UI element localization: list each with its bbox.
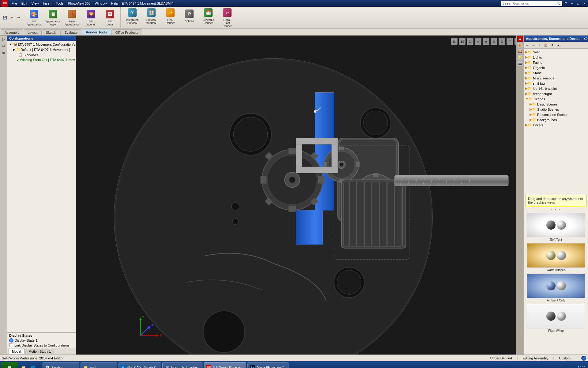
taskbar-grabcad[interactable]: G GrabCAD - Google C... <box>119 362 161 368</box>
search-commands-bar[interactable]: 🔍 <box>501 1 562 6</box>
menu-file[interactable]: File <box>10 1 19 6</box>
options-icon: ⚙ <box>184 9 194 19</box>
rp-up-btn[interactable]: ↑ <box>537 42 542 48</box>
tab-office-products[interactable]: Office Products <box>111 29 142 35</box>
vs-btn-1[interactable]: ▷ <box>1 36 7 42</box>
taskbar-renders[interactable]: 🖼 Renders <box>43 362 79 368</box>
folder-icon-5: ▶📁 <box>525 71 532 75</box>
copy-appearance-btn[interactable]: 📋 Appearance copy <box>44 8 62 27</box>
rp-home-btn[interactable]: 🏠 <box>543 42 548 48</box>
ap-item-ids141[interactable]: ▶📁 ids-141 bracelet <box>525 86 587 91</box>
ambient-only-card[interactable]: Ambient Only <box>527 274 585 302</box>
tree-item-explview[interactable]: · 📋 ExplView1 <box>15 52 75 57</box>
ap-item-scenes[interactable]: ▼📁 Scenes <box>525 96 587 102</box>
tree-item-winding[interactable]: ✔ Winding Stem Out [ ETA 6497-1 Movement… <box>15 57 75 62</box>
help-circle-btn[interactable]: ? <box>581 356 586 361</box>
integrated-preview-btn[interactable]: 👁 Integrated Preview <box>123 6 141 26</box>
taskbar-inbox[interactable]: ✉ Inbox - thinkingolfer... <box>162 362 202 368</box>
svg-point-9 <box>203 311 245 353</box>
start-button[interactable]: ⊞ <box>1 362 18 368</box>
menu-photoview[interactable]: PhotoView 360 <box>66 1 92 6</box>
preview-window-btn[interactable]: 🪟 Preview Window <box>142 6 160 26</box>
final-render-btn[interactable]: ✨ Final Render <box>161 6 179 26</box>
strip-indicator[interactable]: ■ <box>517 36 523 42</box>
tab-evaluate[interactable]: Evaluate <box>60 29 81 35</box>
main-tabbar: Assembly Layout Sketch Evaluate Render T… <box>0 29 588 36</box>
strip-btn-1[interactable]: 🎨 <box>517 42 523 48</box>
help-btn[interactable]: ? <box>564 1 568 6</box>
recall-last-render-btn[interactable]: ↩ Recall Last Render <box>218 6 236 29</box>
ap-item-presentation-scenes[interactable]: ▶📁 Presentation Scenes <box>529 112 587 117</box>
view-btn-6[interactable]: ⊟ <box>491 38 497 45</box>
warm-kitchen-card[interactable]: Warm Kitchen <box>527 243 585 272</box>
options-btn[interactable]: ⚙ Options <box>180 6 198 25</box>
edit-scene-btn[interactable]: 🌄 Edit Scene <box>82 8 100 27</box>
ap-item-organic[interactable]: ▶📁 Organic <box>525 65 587 70</box>
minimize-btn[interactable]: − <box>570 1 575 6</box>
view-btn-7[interactable]: ⊠ <box>499 38 505 45</box>
model-tab[interactable]: Model <box>9 349 24 354</box>
menu-tools[interactable]: Tools <box>54 1 66 6</box>
plain-white-card[interactable]: Plain White <box>527 304 585 332</box>
menu-view[interactable]: View <box>30 1 41 6</box>
search-commands-input[interactable] <box>503 2 556 5</box>
ql-icon-2[interactable]: 🌐 <box>29 363 37 368</box>
vs-btn-3[interactable]: ⊕ <box>1 50 7 56</box>
menu-insert[interactable]: Insert <box>41 1 53 6</box>
close-btn[interactable]: × <box>582 1 587 6</box>
ap-item-lights[interactable]: ▶📁 Lights <box>525 55 587 60</box>
qat-btn-1[interactable]: 💾 <box>2 15 8 21</box>
tree-item-root[interactable]: ▼ 📦 ETA 6497-1 Movement Configuration(s)… <box>8 42 75 47</box>
taskbar-solidworks[interactable]: SW SolidWorks Professio... <box>204 362 246 368</box>
view-btn-5[interactable]: ◉ <box>483 38 489 45</box>
qat-btn-3[interactable]: ↪ <box>15 15 21 21</box>
soft-tent-card[interactable]: Soft Tent <box>527 213 585 241</box>
paste-appearance-btn[interactable]: 📌 Paste Appearance <box>63 8 81 27</box>
ap-item-solid[interactable]: ▶📁 Solid <box>525 49 587 55</box>
rp-refresh-btn[interactable]: ↺ <box>549 42 555 48</box>
taskbar-photoshop[interactable]: Ps Adobe Photoshop C... <box>247 362 288 368</box>
schedule-render-btn[interactable]: 📅 Schedule Render <box>199 6 217 26</box>
viewport[interactable]: X Y Z ⊞ ◧ ⊡ ◈ ◉ ⊟ ⊠ ⊤ ⊥ ■ 🎨 🌄 💡 📷 <box>76 36 524 355</box>
motion-study-tab[interactable]: Motion Study 1 <box>25 349 54 354</box>
view-btn-3[interactable]: ⊡ <box>467 38 473 45</box>
menu-window[interactable]: Window <box>93 1 108 6</box>
ap-item-backgrounds[interactable]: ▶📁 Backgrounds <box>529 117 587 122</box>
taskbar-input[interactable]: 📁 Input <box>81 362 117 368</box>
link-states-row[interactable]: Link Display States to Configurations <box>9 343 74 347</box>
strip-btn-3[interactable]: 💡 <box>517 55 523 60</box>
qat-btn-2[interactable]: ↩ <box>9 15 15 21</box>
rp-star-btn[interactable]: ★ <box>555 42 561 48</box>
menu-edit[interactable]: Edit <box>20 1 29 6</box>
view-btn-4[interactable]: ◈ <box>475 38 481 45</box>
edit-appearance-btn[interactable]: 🎨 Edit Appearance <box>25 8 43 27</box>
ap-item-stone[interactable]: ▶📁 Stone <box>525 70 587 75</box>
view-btn-2[interactable]: ◧ <box>459 38 466 45</box>
view-btn-1[interactable]: ⊞ <box>451 38 458 45</box>
ap-item-smittug[interactable]: ▶📁 smit tug <box>525 81 587 86</box>
ap-item-misc[interactable]: ▶📁 Miscellaneous <box>525 75 587 81</box>
ap-item-decals[interactable]: ▶📁 Decals <box>525 122 587 128</box>
tab-sketch[interactable]: Sketch <box>42 29 60 35</box>
ap-item-fabric[interactable]: ▶📁 Fabric <box>525 60 587 65</box>
strip-btn-2[interactable]: 🌄 <box>517 48 523 54</box>
strip-btn-4[interactable]: 📷 <box>517 61 523 66</box>
tab-layout[interactable]: Layout <box>24 29 42 35</box>
ap-item-basic-scenes[interactable]: ▶📁 Basic Scenes <box>529 102 587 107</box>
link-states-checkbox[interactable] <box>9 343 13 347</box>
menu-help[interactable]: Help <box>109 1 120 6</box>
vs-btn-2[interactable]: ⊙ <box>1 43 7 49</box>
tree-item-default[interactable]: ▶ 📁 Default [ ETA 6497-1 Movement ] <box>12 47 75 52</box>
ql-icon-1[interactable]: 📁 <box>19 363 28 368</box>
rp-forward-btn[interactable]: → <box>531 42 536 48</box>
panel-expand-btn[interactable]: ◁ <box>583 36 586 41</box>
ap-item-dreadnought[interactable]: ▶📁 dreadnought <box>525 91 587 96</box>
edit-decal-btn[interactable]: 🖼 Edit Decal <box>101 8 119 27</box>
view-btn-8[interactable]: ⊤ <box>507 38 513 45</box>
tab-assembly[interactable]: Assembly <box>1 29 23 35</box>
restore-btn[interactable]: □ <box>576 1 581 6</box>
ap-item-studio-scenes[interactable]: ▶📁 Studio Scenes <box>529 107 587 112</box>
rp-back-btn[interactable]: ← <box>525 42 530 48</box>
ap-misc-label: Miscellaneous <box>533 76 554 80</box>
tab-render-tools[interactable]: Render Tools <box>82 29 111 35</box>
